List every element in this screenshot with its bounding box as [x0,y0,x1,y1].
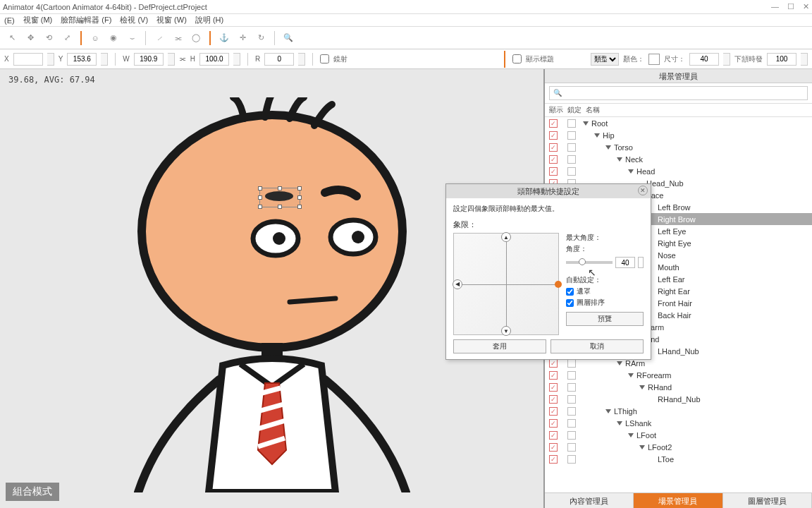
expander-icon[interactable] [617,361,622,365]
tree-row[interactable]: ✓LShank [545,417,812,429]
quadrant-control[interactable]: ▲ ▼ ◀ [453,233,559,335]
angle-slider[interactable] [566,261,613,264]
angle-input[interactable] [615,257,635,268]
h-input[interactable] [199,53,229,66]
spinner[interactable] [801,53,808,66]
tree-row[interactable]: ✓Hip [545,129,812,141]
visibility-checkbox[interactable]: ✓ [549,443,558,452]
lock-checkbox[interactable] [567,359,576,368]
mask-checkbox[interactable] [566,288,574,296]
tool-move-icon[interactable]: ✥ [23,30,38,46]
visibility-checkbox[interactable]: ✓ [549,167,558,176]
expander-icon[interactable] [628,169,634,174]
tool-pointer-icon[interactable]: ↖ [4,30,20,46]
spinner[interactable] [723,53,730,66]
tool-face-icon[interactable]: ☺ [87,30,103,46]
dialog-close-icon[interactable]: ✕ [638,186,648,195]
visibility-checkbox[interactable]: ✓ [549,371,558,380]
close-icon[interactable]: ✕ [803,2,809,11]
expander-icon[interactable] [639,385,645,389]
lock-checkbox[interactable] [567,407,576,416]
expander-icon[interactable] [605,145,611,150]
tool-plus-icon[interactable]: ✛ [235,30,250,46]
expander-icon[interactable] [605,409,611,413]
visibility-checkbox[interactable]: ✓ [549,395,558,404]
arrow-up-icon[interactable]: ▲ [501,232,511,242]
tool-eye-icon[interactable]: ◉ [106,30,121,46]
tool-magnify-icon[interactable]: 🔍 [281,30,296,46]
visibility-checkbox[interactable]: ✓ [549,407,558,416]
mirror-checkbox[interactable] [320,54,329,64]
tree-row[interactable]: ✓RHand_Nub [545,393,812,405]
tree-row[interactable]: ✓Head [545,165,812,177]
tree-row[interactable]: ✓LThigh [545,405,812,417]
expander-icon[interactable] [617,421,622,425]
tool-head-icon[interactable]: ◯ [188,30,204,46]
selection-box[interactable] [259,188,300,207]
lock-checkbox[interactable] [567,455,576,464]
expander-icon[interactable] [639,445,645,449]
spinner[interactable] [298,53,305,66]
cancel-button[interactable]: 取消 [550,339,644,353]
lock-checkbox[interactable] [567,419,576,428]
tool-link-icon[interactable]: ⫘ [170,30,185,46]
expander-icon[interactable] [594,133,600,138]
spinner[interactable] [101,53,108,66]
lock-checkbox[interactable] [567,167,576,176]
lock-checkbox[interactable] [567,143,576,152]
expander-icon[interactable] [617,157,622,162]
lock-checkbox[interactable] [567,431,576,440]
menu-item[interactable]: 檢視 (V) [120,15,148,25]
tree-row[interactable]: ✓RForearm [545,369,812,381]
showtitle-checkbox[interactable] [512,54,522,64]
spinner[interactable] [47,53,54,66]
search-input[interactable] [549,86,808,100]
tree-row[interactable]: ✓RHand [545,381,812,393]
spinner[interactable] [233,53,240,66]
menu-item[interactable]: (E) [4,16,15,25]
maximize-icon[interactable]: ☐ [787,2,794,11]
expander-icon[interactable] [628,373,634,377]
color-swatch[interactable] [648,54,660,65]
tree-row[interactable]: ✓Root [545,117,812,129]
lock-checkbox[interactable] [567,395,576,404]
tree-row[interactable]: ✓LToe [545,453,812,465]
x-input[interactable] [13,53,43,66]
visibility-checkbox[interactable]: ✓ [549,455,558,464]
tree-row[interactable]: ✓LFoot2 [545,441,812,453]
expander-icon[interactable] [628,433,634,437]
visibility-checkbox[interactable]: ✓ [549,143,558,152]
visibility-checkbox[interactable]: ✓ [549,359,558,368]
size-input[interactable] [689,53,719,66]
minimize-icon[interactable]: — [771,2,779,11]
lock-checkbox[interactable] [567,119,576,128]
lock-checkbox[interactable] [567,131,576,140]
tree-row[interactable]: ✓LFoot [545,429,812,441]
visibility-checkbox[interactable]: ✓ [549,419,558,428]
link-icon[interactable]: ⫘ [179,55,186,63]
tool-rotate-icon[interactable]: ⟲ [41,30,56,46]
quadrant-marker[interactable] [555,281,562,288]
apply-button[interactable]: 套用 [453,339,546,353]
tool-bone-icon[interactable]: ⟋ [152,30,167,46]
menu-item[interactable]: 說明 (H) [195,15,223,25]
visibility-checkbox[interactable]: ✓ [549,383,558,392]
visibility-checkbox[interactable]: ✓ [549,155,558,164]
tool-mouth-icon[interactable]: ⌣ [124,30,140,46]
visibility-checkbox[interactable]: ✓ [549,119,558,128]
tree-row[interactable]: ✓Torso [545,141,812,153]
lock-checkbox[interactable] [567,443,576,452]
tool-scale-icon[interactable]: ⤢ [59,30,75,46]
pivot-input[interactable] [767,53,796,66]
visibility-checkbox[interactable]: ✓ [549,131,558,140]
r-input[interactable] [264,53,294,66]
spinner[interactable] [638,257,644,268]
tool-cycle-icon[interactable]: ↻ [253,30,269,46]
preview-button[interactable]: 預覽 [566,312,644,326]
tool-anchor-icon[interactable]: ⚓ [216,30,232,46]
spinner[interactable] [168,53,175,66]
lock-checkbox[interactable] [567,155,576,164]
menu-item[interactable]: 臉部編輯器 (F) [61,15,111,25]
w-input[interactable] [134,53,164,66]
lock-checkbox[interactable] [567,371,576,380]
